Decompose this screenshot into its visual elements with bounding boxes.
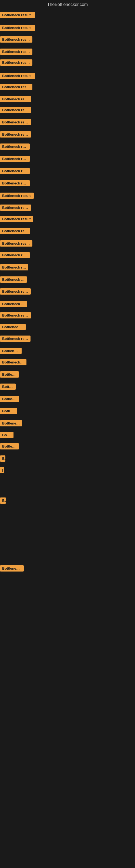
bottleneck-result-badge: Bottle [0,432,13,438]
list-item[interactable]: Bottleneck result [0,96,31,103]
list-item[interactable]: Bottleneck result [0,156,30,163]
bottleneck-result-badge: Bottlenec [0,396,19,402]
list-item[interactable]: Bottleneck result [0,336,31,343]
bottleneck-result-badge: Bottleneck result [0,25,35,31]
list-item[interactable]: Bottleneck result [0,12,35,19]
list-item[interactable]: Bottleneck result [0,180,30,187]
list-item[interactable]: Bottleneck result [0,193,34,200]
bottleneck-result-badge: Bottleneck resu [0,359,27,365]
bottleneck-result-badge: Bottleneck result [0,205,31,211]
list-item[interactable]: Bottleneck result [0,240,32,248]
bottleneck-result-badge: Bottlene [0,408,17,414]
list-item[interactable]: Bottleneck resu [0,359,27,367]
bottleneck-result-badge: Bottleneck result [0,96,31,102]
list-item[interactable]: Bottleneck result [0,73,35,80]
list-item[interactable]: Bottlenec [0,396,19,403]
bottleneck-result-badge: Bottlenec [0,371,19,378]
list-item[interactable]: Bottleneck result [0,228,30,235]
bottleneck-result-badge: Bottleneck result [0,193,34,199]
list-item[interactable]: Bottleneck result [0,205,31,212]
list-item[interactable]: Bottleneck result [0,276,27,284]
bottleneck-result-badge: Bottlenec [0,443,19,450]
bottleneck-result-badge: Bottleneck result [0,264,28,271]
bottleneck-result-badge: Bottleneck result [0,119,31,125]
bottleneck-result-badge: Bottleneck result [0,156,30,162]
bottleneck-result-badge: Bottleneck result [0,144,30,150]
list-item[interactable]: Bottlenec [0,371,19,379]
bottleneck-result-badge: Bottleneck result [0,180,30,186]
list-item[interactable]: Bottlenec [0,443,19,451]
list-item[interactable]: Bottleneck r [0,420,22,428]
bottleneck-result-badge: Bottleneck result [0,276,27,283]
bottleneck-result-badge: Bottleneck result [0,252,30,258]
bottleneck-result-badge: Bottleneck result [0,336,31,342]
list-item[interactable]: Bottleneck result [0,36,32,44]
list-item[interactable]: B [0,456,5,463]
bottleneck-result-badge: Bottleneck re [0,565,24,571]
bottleneck-result-badge: Bottleneck result [0,131,31,137]
list-item[interactable]: Bo [0,497,6,505]
list-item[interactable]: Bottleneck result [0,252,30,259]
list-item[interactable]: Bottleneck result [0,25,35,32]
bottleneck-result-badge: Bottleneck result [0,240,32,247]
bottleneck-result-badge: Bottleneck result [0,73,35,79]
list-item[interactable]: Bottleneck result [0,264,28,272]
list-item[interactable]: Bottleneck result [0,84,32,91]
list-item[interactable]: Bottleneck re [0,565,24,572]
list-item[interactable]: Bottleneck result [0,131,31,138]
bottleneck-result-badge: Bottleneck result [0,288,31,294]
bottleneck-result-badge: Bottleneck result [0,301,27,307]
list-item[interactable]: Bottleneck res [0,324,26,331]
bottleneck-result-badge: Bottleneck result [0,84,32,90]
list-item[interactable]: Bottleneck result [0,312,31,319]
list-item[interactable]: Bottleneck result [0,144,30,151]
bottleneck-result-badge: Bottleneck result [0,216,33,222]
list-item[interactable]: Bottleneck result [0,301,27,308]
list-item[interactable]: Bottleneck result [0,49,32,56]
bottleneck-result-badge: Bo [0,497,6,504]
list-item[interactable]: Bottleneck result [0,288,31,296]
bottleneck-result-badge: Bottleneck result [0,12,35,18]
bottleneck-result-badge: Bottleneck result [0,36,32,42]
bottleneck-result-badge: B [0,456,5,462]
list-item[interactable]: Bottleneck result [0,168,30,175]
list-item[interactable]: Bottlen [0,383,16,391]
bottleneck-result-badge: Bottleneck result [0,59,32,66]
list-item[interactable]: Bottlene [0,408,17,415]
list-item[interactable]: Bottleneck result [0,119,31,126]
bottleneck-result-badge: | [0,467,4,473]
site-title: TheBottlenecker.com [0,0,135,9]
bottleneck-result-badge: Bottleneck result [0,49,32,55]
bottleneck-result-badge: Bottleneck result [0,228,30,234]
list-item[interactable]: Bottleneck r [0,348,21,355]
list-item[interactable]: | [0,467,4,474]
bottleneck-result-badge: Bottleneck result [0,168,30,174]
bottleneck-result-badge: Bottlen [0,383,16,390]
bottleneck-result-badge: Bottleneck result [0,312,31,318]
list-item[interactable]: Bottleneck result [0,59,32,67]
list-item[interactable]: Bottleneck result [0,107,31,114]
bottleneck-result-badge: Bottleneck r [0,348,21,354]
list-item[interactable]: Bottle [0,432,13,439]
bottleneck-result-badge: Bottleneck result [0,107,31,113]
bottleneck-result-badge: Bottleneck r [0,420,22,426]
list-item[interactable]: Bottleneck result [0,216,33,223]
bottleneck-result-badge: Bottleneck res [0,324,26,330]
